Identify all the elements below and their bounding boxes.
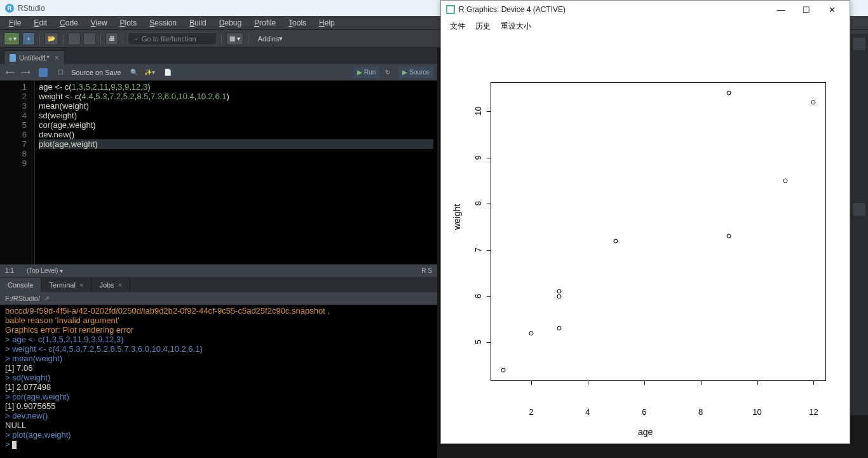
editor-statusbar: 1:1 (Top Level) ▾ R S	[0, 264, 437, 277]
gfx-menubar: 文件历史重设大小	[441, 18, 850, 34]
plot-frame	[491, 82, 826, 381]
path-arrow-icon[interactable]: ⇗	[44, 295, 50, 303]
code-body[interactable]: age <- c(1,3,5,2,11,9,3,9,12,3)weight <-…	[35, 81, 437, 264]
menu-plots[interactable]: Plots	[114, 17, 144, 29]
menu-build[interactable]: Build	[183, 17, 213, 29]
menu-view[interactable]: View	[85, 17, 114, 29]
data-point	[727, 91, 731, 95]
working-dir: F:/RStudio/	[5, 295, 40, 302]
refresh-icon[interactable]	[853, 203, 865, 216]
menu-file[interactable]: File	[3, 17, 27, 29]
code-editor[interactable]: 123456789 age <- c(1,3,5,2,11,9,3,9,12,3…	[0, 81, 437, 264]
plot-canvas: weight age 246810125678910	[441, 34, 850, 443]
menu-tools[interactable]: Tools	[282, 17, 313, 29]
r-graphics-icon	[446, 5, 455, 14]
back-button[interactable]: ⟵	[4, 67, 17, 78]
find-button[interactable]: 🔍	[128, 67, 140, 78]
language-label: R S	[421, 267, 432, 274]
gfx-menu-item[interactable]: 文件	[445, 21, 470, 32]
console-path-bar: F:/RStudio/ ⇗	[0, 292, 437, 305]
save-button[interactable]	[68, 32, 81, 45]
menu-session[interactable]: Session	[143, 17, 183, 29]
cursor-position: 1:1	[5, 267, 14, 274]
x-axis-label: age	[638, 427, 653, 437]
source-on-save-checkbox[interactable]: ☐	[55, 67, 66, 78]
print-button[interactable]: 🖶	[105, 32, 118, 45]
console-pane: ConsoleTerminal×Jobs× F:/RStudio/ ⇗ bocc…	[0, 277, 437, 458]
new-project-button[interactable]: ＋	[22, 32, 35, 45]
open-file-button[interactable]: 📂	[44, 32, 58, 45]
scope-selector[interactable]: (Top Level) ▾	[27, 267, 63, 274]
console-tab-jobs[interactable]: Jobs×	[92, 278, 130, 292]
goto-placeholder: Go to file/function	[142, 35, 196, 43]
console-tab-terminal[interactable]: Terminal×	[41, 278, 92, 292]
tab-label: Untitled1*	[19, 54, 50, 62]
x-tick: 4	[585, 407, 590, 417]
data-point	[529, 331, 534, 335]
data-point	[783, 179, 788, 183]
collapsed-panes	[850, 34, 868, 415]
save-all-button[interactable]	[83, 32, 96, 45]
data-point	[811, 100, 816, 104]
data-point	[557, 326, 562, 331]
editor-toolbar: ⟵ ⟶ ☐ Source on Save 🔍 ✨▾ 📄 ▶Run ↻	[0, 64, 437, 81]
data-point	[501, 368, 505, 372]
menu-code[interactable]: Code	[53, 17, 85, 29]
x-tick: 10	[752, 407, 761, 417]
minimize-button[interactable]: —	[768, 2, 794, 17]
r-graphics-window: R Graphics: Device 4 (ACTIVE) — ☐ ✕ 文件历史…	[440, 0, 850, 444]
menu-profile[interactable]: Profile	[248, 17, 282, 29]
console-tab-console[interactable]: Console	[0, 278, 41, 292]
editor-tab[interactable]: Untitled1* ×	[4, 50, 65, 64]
app-title: RStudio	[18, 4, 45, 13]
y-tick: 5	[473, 336, 483, 349]
tab-close-icon[interactable]: ×	[55, 53, 59, 62]
console-output[interactable]: boccd/9-f59d-4f5i-a/42-0202fd/0250d/iab9…	[0, 305, 437, 458]
data-point	[557, 289, 562, 294]
rerun-button[interactable]: ↻	[382, 67, 393, 78]
run-button[interactable]: ▶Run	[353, 67, 379, 78]
close-window-button[interactable]: ✕	[819, 2, 844, 17]
source-button[interactable]: ▶Source	[398, 67, 433, 78]
gfx-title-text: R Graphics: Device 4 (ACTIVE)	[459, 5, 566, 14]
editor-tab-bar: Untitled1* ×	[0, 48, 437, 64]
gfx-menu-item[interactable]: 重设大小	[496, 21, 536, 32]
wand-button[interactable]: ✨▾	[142, 67, 157, 78]
y-tick: 10	[473, 105, 483, 118]
r-file-icon	[10, 54, 16, 62]
y-tick: 9	[473, 151, 483, 163]
data-point	[557, 294, 562, 298]
y-tick: 8	[473, 197, 483, 210]
menu-debug[interactable]: Debug	[213, 17, 248, 29]
addins-dropdown[interactable]: Addins ▾	[253, 32, 288, 45]
source-editor-pane: Untitled1* × ⟵ ⟶ ☐ Source on Save 🔍 ✨▾ 📄	[0, 48, 437, 277]
menu-help[interactable]: Help	[313, 17, 341, 29]
env-pane-toggle[interactable]	[853, 38, 865, 50]
data-point	[614, 239, 618, 243]
gfx-titlebar[interactable]: R Graphics: Device 4 (ACTIVE) — ☐ ✕	[441, 1, 850, 18]
x-tick: 6	[642, 407, 646, 417]
source-on-save-label: Source on Save	[69, 69, 123, 76]
y-tick: 7	[473, 244, 483, 256]
console-tab-bar: ConsoleTerminal×Jobs×	[0, 277, 437, 292]
data-point	[727, 234, 731, 239]
x-tick: 8	[698, 407, 703, 417]
gfx-menu-item[interactable]: 历史	[470, 21, 496, 32]
menu-edit[interactable]: Edit	[27, 17, 53, 29]
maximize-button[interactable]: ☐	[794, 2, 819, 17]
grid-button[interactable]: ▦ ▾	[226, 32, 243, 45]
line-gutter: 123456789	[0, 81, 35, 264]
goto-file-input[interactable]: → Go to file/function	[128, 32, 217, 45]
forward-button[interactable]: ⟶	[19, 67, 32, 78]
new-file-button[interactable]: ＋▾	[4, 32, 20, 45]
compile-report-button[interactable]: 📄	[162, 67, 173, 78]
y-tick: 6	[473, 289, 483, 302]
save-source-button[interactable]	[37, 67, 50, 78]
x-tick: 12	[809, 407, 818, 417]
y-axis-label: weight	[452, 204, 462, 230]
x-tick: 2	[529, 407, 533, 417]
rstudio-logo-icon: R	[5, 4, 14, 13]
